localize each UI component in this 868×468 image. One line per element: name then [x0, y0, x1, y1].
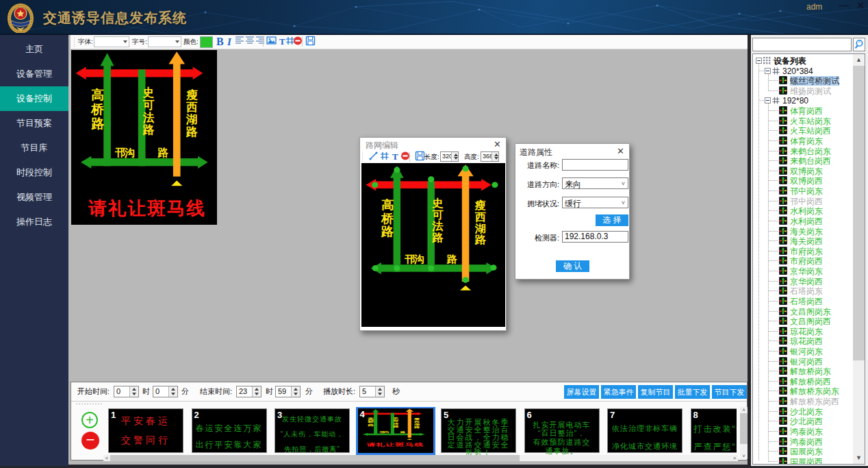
tree-device[interactable]: 体育岗东: [753, 136, 853, 146]
action-button-2[interactable]: 紧急事件: [601, 385, 636, 399]
sidebar-item-3[interactable]: 设备控制: [0, 86, 68, 111]
tree-device[interactable]: 双博岗西: [753, 175, 853, 186]
detector-input[interactable]: 192.168.0.3: [562, 231, 628, 243]
tree-scroll-down-arrow[interactable]: ▼: [853, 452, 865, 464]
scroll-down-arrow[interactable]: ˅: [740, 453, 748, 459]
tree-device[interactable]: 国展岗西: [753, 456, 853, 465]
spinner-down-arrow[interactable]: [294, 393, 298, 395]
tree-device[interactable]: 京华岗东: [753, 266, 853, 276]
spinner-up-arrow[interactable]: [454, 153, 458, 156]
program-thumbnail-6[interactable]: 6扎实开展电动车“百日整治”，有效预防道路交通事故。: [524, 408, 600, 453]
spinner-down-arrow[interactable]: [378, 393, 382, 395]
tree-device[interactable]: 解放桥东岗东: [753, 386, 853, 396]
device-search-button[interactable]: [853, 38, 865, 51]
tree-device[interactable]: 沙北岗东: [753, 406, 853, 417]
tree-device[interactable]: 解放桥岗西: [753, 376, 853, 386]
sidebar-item-8[interactable]: 操作日志: [0, 210, 68, 234]
tree-device[interactable]: 市府岗东: [753, 246, 853, 256]
spinner-arrows[interactable]: [451, 152, 458, 161]
sidebar-item-2[interactable]: 设备管理: [0, 62, 68, 86]
spinner-up-arrow[interactable]: [171, 388, 175, 391]
font-select[interactable]: [94, 36, 129, 47]
tree-group[interactable]: 320*384: [753, 66, 853, 76]
spinner-up-arrow[interactable]: [294, 388, 298, 391]
road-direction-select[interactable]: 来向˅: [562, 177, 628, 189]
spinner-down-arrow[interactable]: [171, 393, 175, 395]
horizontal-scroll-thumb[interactable]: [110, 455, 520, 461]
program-thumbnail-5[interactable]: 5大力开展秋冬季交通安全整治百日会战，全力稳定道路交通安全形势！: [441, 408, 516, 453]
tree-group[interactable]: 192*80: [753, 95, 853, 106]
tree-device[interactable]: 来鹤台岗东: [753, 146, 853, 156]
tree-device[interactable]: 海关岗西: [753, 236, 853, 246]
minimize-button[interactable]: —: [837, 0, 852, 12]
color-swatch[interactable]: [200, 36, 213, 48]
tree-root[interactable]: 设备列表: [753, 56, 853, 66]
tree-device[interactable]: 火车站岗西: [753, 125, 853, 136]
tree-device[interactable]: 解放桥东岗西: [753, 396, 853, 406]
scroll-left-arrow[interactable]: <: [103, 455, 110, 461]
add-program-button[interactable]: +: [81, 412, 98, 428]
spinner-down-arrow[interactable]: [255, 393, 259, 395]
spinner-down-arrow[interactable]: [454, 157, 458, 160]
tree-device[interactable]: 邗中岗西: [753, 196, 853, 206]
duration-spinner[interactable]: 5: [359, 386, 385, 397]
tree-device[interactable]: 琼花岗东: [753, 326, 853, 336]
sidebar-item-5[interactable]: 节目库: [0, 136, 68, 160]
thumbnails-vertical-scrollbar[interactable]: ˄ ˅: [740, 407, 748, 459]
spinner-down-arrow[interactable]: [494, 157, 498, 160]
tree-collapse-toggle[interactable]: [765, 97, 771, 103]
spinner-arrows[interactable]: [492, 152, 498, 161]
scroll-up-arrow[interactable]: ˄: [740, 407, 748, 413]
tree-device[interactable]: 沙北岗西: [753, 416, 853, 426]
program-thumbnail-2[interactable]: 2春运安全连万家出行平安靠大家: [192, 408, 267, 453]
tree-device[interactable]: 海关岗东: [753, 226, 853, 236]
spinner-arrows[interactable]: [129, 386, 138, 397]
spinner-up-arrow[interactable]: [255, 388, 259, 391]
spinner-arrows[interactable]: [168, 386, 177, 397]
tree-device[interactable]: 文昌阁岗东: [753, 306, 853, 317]
end-minute-spinner[interactable]: 59: [275, 386, 301, 397]
led-sign-preview[interactable]: 高桥路史可法路瘦西湖路邗沟路请礼让斑马线: [71, 50, 217, 225]
spinner-arrows[interactable]: [291, 386, 300, 397]
program-thumbnail-3[interactable]: 3发生轻微交通事故“人未伤，车能动，先拍照，后撤离”: [275, 408, 350, 453]
tree-device[interactable]: 琼花岗西: [753, 336, 853, 346]
tree-device[interactable]: 银河岗东: [753, 346, 853, 356]
tree-scrollbar[interactable]: ▲ ▼: [853, 54, 865, 464]
sidebar-item-6[interactable]: 时段控制: [0, 160, 68, 185]
action-button-3[interactable]: 复制节目: [638, 385, 673, 399]
save-icon[interactable]: [304, 36, 316, 48]
tree-device[interactable]: 来鹤台岗西: [753, 156, 853, 166]
tree-collapse-toggle[interactable]: [765, 68, 771, 74]
tree-device[interactable]: 双博岗东: [753, 166, 853, 176]
road-network-edit-canvas[interactable]: 高桥路史可法路瘦西湖路邗沟路: [361, 163, 505, 327]
sidebar-item-7[interactable]: 视频管理: [0, 185, 68, 210]
tree-device[interactable]: 京华岗西: [753, 276, 853, 286]
thumbnails-horizontal-scrollbar[interactable]: < >: [103, 455, 738, 461]
tree-device[interactable]: 鸿泰岗西: [753, 436, 853, 447]
end-hour-spinner[interactable]: 23: [236, 386, 261, 397]
pick-button[interactable]: 选 择: [596, 214, 628, 226]
tree-device[interactable]: 市府岗西: [753, 256, 853, 266]
scroll-right-arrow[interactable]: >: [731, 455, 738, 461]
program-thumbnail-8[interactable]: 8打击改装“炸严查严惩“机: [691, 408, 737, 453]
start-hour-spinner[interactable]: 0: [114, 386, 139, 397]
spinner-arrows[interactable]: [252, 386, 261, 397]
start-minute-spinner[interactable]: 0: [153, 386, 178, 397]
road-name-input[interactable]: [562, 159, 628, 171]
tree-device[interactable]: 石塔岗东: [753, 286, 853, 296]
tree-device[interactable]: 水利岗西: [753, 216, 853, 226]
program-thumbnail-4[interactable]: 4高桥路史可法路瘦西湖路邗沟路请礼让斑马线: [356, 407, 435, 455]
tree-device[interactable]: 体育岗西: [753, 106, 853, 116]
vertical-scroll-thumb[interactable]: [740, 413, 748, 444]
tree-device[interactable]: 螺丝湾桥测试: [753, 75, 853, 86]
action-button-1[interactable]: 屏幕设置: [564, 385, 599, 399]
spinner-down-arrow[interactable]: [132, 393, 136, 395]
dialog-close-icon[interactable]: ✕: [494, 139, 501, 149]
tree-device[interactable]: 石塔岗西: [753, 296, 853, 306]
tree-device[interactable]: 解放桥岗东: [753, 366, 853, 376]
tree-device[interactable]: 火车站岗东: [753, 116, 853, 126]
tree-device[interactable]: 水利岗东: [753, 206, 853, 216]
dialog-close-icon[interactable]: ✕: [617, 146, 624, 156]
congestion-select[interactable]: 缓行˅: [562, 197, 628, 208]
tree-device[interactable]: 维扬岗测试: [753, 86, 853, 96]
